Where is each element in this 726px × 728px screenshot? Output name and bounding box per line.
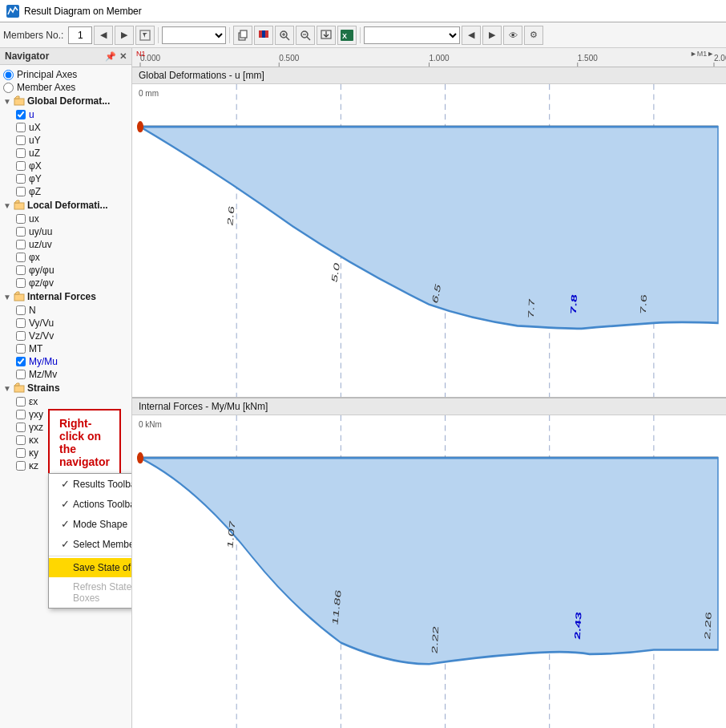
checkbox-gxz[interactable] bbox=[16, 423, 26, 432]
checkbox-uy[interactable] bbox=[16, 135, 26, 145]
prev-btn[interactable]: ◀ bbox=[94, 26, 113, 45]
nav-item-mzmv[interactable]: Mz/Mv bbox=[13, 368, 131, 381]
checkbox-phiz[interactable] bbox=[16, 187, 26, 196]
nav-item-vzvv[interactable]: Vz/Vv bbox=[13, 330, 131, 342]
svg-text:2.000: 2.000 bbox=[714, 54, 726, 63]
menu-item-select-members[interactable]: ✓ Select Members Toolbar bbox=[49, 534, 132, 554]
strains-group: ▼ Strains εx γxy γxz bbox=[0, 381, 131, 472]
checkbox-phiyfu[interactable] bbox=[16, 265, 26, 275]
nav-next-btn[interactable]: ▶ bbox=[482, 26, 502, 45]
excel-btn[interactable]: X bbox=[337, 26, 357, 45]
checkbox-vzvv[interactable] bbox=[16, 331, 26, 341]
nav-item-phizfv[interactable]: φz/φv bbox=[13, 277, 131, 289]
select-btn[interactable] bbox=[135, 26, 155, 45]
checkbox-MT[interactable] bbox=[16, 344, 26, 354]
menu-item-save-state[interactable]: Save State of Check Boxes bbox=[49, 558, 132, 577]
checkbox-phix2[interactable] bbox=[16, 253, 26, 262]
load-case-dropdown[interactable] bbox=[162, 26, 226, 44]
internal-forces-header[interactable]: ▼ Internal Forces bbox=[0, 289, 131, 304]
nav-item-u[interactable]: u bbox=[13, 108, 131, 121]
nav-item-uy[interactable]: uY bbox=[13, 134, 131, 147]
nav-item-phiz[interactable]: φZ bbox=[13, 185, 131, 198]
checkbox-vyvu[interactable] bbox=[16, 318, 26, 328]
settings-btn[interactable]: ⚙ bbox=[524, 26, 543, 45]
principal-axes-radio[interactable] bbox=[3, 70, 14, 80]
nav-item-ky[interactable]: κy bbox=[13, 447, 131, 459]
global-deformat-header[interactable]: ▼ Global Deformat... bbox=[0, 94, 131, 108]
main-toolbar: Members No.: ◀ ▶ X ◀ ▶ 👁 ⚙ bbox=[0, 22, 726, 48]
zoom-out-btn[interactable] bbox=[296, 26, 315, 45]
strains-items: εx γxy γxz κx bbox=[13, 395, 131, 472]
nav-item-MT[interactable]: MT bbox=[13, 342, 131, 355]
svg-line-11 bbox=[307, 37, 310, 40]
nav-item-gxy[interactable]: γxy bbox=[13, 408, 131, 421]
label-vyvu: Vy/Vu bbox=[29, 317, 54, 329]
strains-header[interactable]: ▼ Strains bbox=[0, 381, 131, 395]
flag-btn[interactable] bbox=[254, 26, 273, 45]
export-btn[interactable] bbox=[317, 26, 336, 45]
nav-item-uzuv[interactable]: uz/uv bbox=[13, 238, 131, 251]
nav-item-phix2[interactable]: φx bbox=[13, 251, 131, 264]
nav-item-gxz[interactable]: γxz bbox=[13, 421, 131, 434]
navigator-header: Navigator 📌 ✕ bbox=[0, 48, 131, 65]
label-mzmv: Mz/Mv bbox=[29, 369, 57, 380]
label-actions-toolbar: Actions Toolbar bbox=[73, 499, 132, 510]
close-icon[interactable]: ✕ bbox=[119, 51, 127, 62]
nav-item-ux[interactable]: uX bbox=[13, 121, 131, 134]
checkbox-gxy[interactable] bbox=[16, 410, 26, 419]
svg-rect-17 bbox=[14, 99, 24, 105]
content-right: 0.000 0.500 1.000 1.500 2.000 N1 ►M1► bbox=[132, 48, 726, 728]
nav-prev-btn[interactable]: ◀ bbox=[462, 26, 481, 45]
nav-item-vyvu[interactable]: Vy/Vu bbox=[13, 317, 131, 330]
checkbox-N[interactable] bbox=[16, 305, 26, 315]
right-dropdown[interactable] bbox=[364, 26, 460, 44]
nav-item-phix[interactable]: φX bbox=[13, 160, 131, 172]
navigator-panel: Navigator 📌 ✕ Principal Axes Member Axes… bbox=[0, 48, 132, 728]
pin-icon[interactable]: 📌 bbox=[105, 51, 116, 62]
members-input[interactable] bbox=[68, 26, 92, 44]
checkbox-ux[interactable] bbox=[16, 123, 26, 132]
checkbox-uz[interactable] bbox=[16, 148, 26, 158]
nav-item-ux2[interactable]: ux bbox=[13, 212, 131, 225]
nav-item-uyuu[interactable]: uy/uu bbox=[13, 225, 131, 238]
local-deformat-header[interactable]: ▼ Local Deformati... bbox=[0, 198, 131, 212]
checkbox-phix[interactable] bbox=[16, 161, 26, 171]
nav-item-kz[interactable]: κz bbox=[13, 459, 131, 472]
checkbox-uyuu[interactable] bbox=[16, 227, 26, 237]
nav-item-kx[interactable]: κx bbox=[13, 434, 131, 447]
diagrams-col: Global Deformations - u [mm] 0 mm bbox=[132, 67, 726, 728]
nav-item-phiyfu[interactable]: φy/φu bbox=[13, 264, 131, 277]
checkbox-ux2[interactable] bbox=[16, 214, 26, 224]
menu-item-mode-shape[interactable]: ✓ Mode Shape bbox=[49, 514, 132, 534]
next-btn[interactable]: ▶ bbox=[115, 26, 134, 45]
checkbox-phiy[interactable] bbox=[16, 174, 26, 184]
label-refresh-state: Refresh State of Check Boxes bbox=[73, 581, 132, 604]
member-axes-radio[interactable] bbox=[3, 83, 14, 93]
checkbox-kz[interactable] bbox=[16, 461, 26, 471]
checkbox-kx[interactable] bbox=[16, 435, 26, 445]
member-axes-item[interactable]: Member Axes bbox=[0, 81, 131, 94]
checkbox-ex[interactable] bbox=[16, 397, 26, 406]
view-btn[interactable]: 👁 bbox=[503, 26, 522, 45]
checkbox-phizfv[interactable] bbox=[16, 278, 26, 288]
checkbox-ky[interactable] bbox=[16, 448, 26, 458]
nav-item-ex[interactable]: εx bbox=[13, 395, 131, 408]
copy-btn[interactable] bbox=[233, 26, 252, 45]
zoom-in-btn[interactable] bbox=[275, 26, 294, 45]
checkbox-mymu[interactable] bbox=[16, 357, 26, 366]
principal-axes-item[interactable]: Principal Axes bbox=[0, 68, 131, 81]
diagram-svg-2: 1.07 11.86 2.22 2.43 2.26 bbox=[132, 415, 726, 728]
checkbox-uzuv[interactable] bbox=[16, 240, 26, 249]
menu-item-actions-toolbar[interactable]: ✓ Actions Toolbar bbox=[49, 494, 132, 514]
svg-text:N1: N1 bbox=[136, 50, 146, 58]
nav-item-N[interactable]: N bbox=[13, 304, 131, 317]
checkbox-mzmv[interactable] bbox=[16, 370, 26, 379]
nav-item-phiy[interactable]: φY bbox=[13, 172, 131, 185]
nav-item-mymu[interactable]: My/Mu bbox=[13, 355, 131, 368]
checkbox-u[interactable] bbox=[16, 110, 26, 119]
nav-item-uz[interactable]: uZ bbox=[13, 147, 131, 160]
label-N: N bbox=[29, 305, 36, 316]
label-phizfv: φz/φv bbox=[29, 277, 54, 289]
folder-icon3 bbox=[14, 291, 25, 302]
menu-item-results-toolbar[interactable]: ✓ Results Toolbar bbox=[49, 474, 132, 494]
